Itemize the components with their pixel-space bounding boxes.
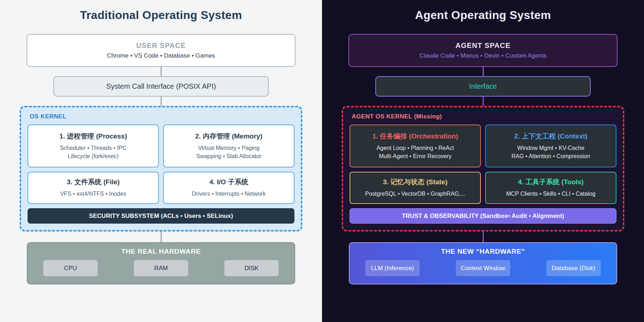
- interface-label: Interface: [469, 82, 497, 91]
- chip-database-disk: Database (Disk): [546, 260, 601, 276]
- chip-llm-inference: LLM (Inference): [365, 260, 420, 276]
- os-comparison-diagram: Traditional Operating System USER SPACE …: [0, 0, 644, 322]
- user-space-box: USER SPACE Chrome • VS Code • Database •…: [26, 34, 296, 67]
- interface-box: Interface: [375, 76, 591, 97]
- new-hardware-title: THE NEW “HARDWARE”: [350, 248, 616, 255]
- agent-space-apps: Claude Code • Manus • Devin • Custom Age…: [419, 52, 546, 59]
- kernel-card-body: Agent Loop • Planning • ReAct Multi-Agen…: [376, 144, 454, 160]
- kernel-card-grid: 1. 进程管理 (Process) Scheduler • Threads • …: [28, 125, 294, 204]
- kernel-card-line: Swapping • Slab Allocator: [196, 152, 262, 160]
- kernel-card-line: Virtual Memory • Paging: [196, 144, 262, 152]
- kernel-card-line: Agent Loop • Planning • ReAct: [376, 144, 454, 152]
- connector: [161, 67, 162, 76]
- kernel-card-body: VFS • ext4/NTFS • Inodes: [60, 190, 126, 198]
- agent-os-title: Agent Operating System: [415, 9, 551, 22]
- kernel-card-line: MCP Clients • Skills • CLI • Catalog: [506, 190, 595, 198]
- traditional-os-title: Traditional Operating System: [80, 9, 242, 22]
- kernel-card-process: 1. 进程管理 (Process) Scheduler • Threads • …: [28, 125, 159, 167]
- kernel-card-body: Drivers • Interrupts • Network: [192, 190, 266, 198]
- connector: [161, 97, 162, 106]
- real-hardware-box: THE REAL HARDWARE CPU RAM DISK: [27, 242, 295, 284]
- os-kernel-box: OS KERNEL 1. 进程管理 (Process) Scheduler • …: [20, 106, 302, 231]
- agent-space-box: AGENT SPACE Claude Code • Manus • Devin …: [348, 34, 618, 67]
- kernel-card-memory: 2. 内存管理 (Memory) Virtual Memory • Paging…: [163, 125, 294, 167]
- kernel-card-title: 1. 进程管理 (Process): [59, 132, 127, 141]
- syscall-interface-label: System Call Interface (POSIX API): [106, 82, 216, 91]
- user-space-label: USER SPACE: [136, 42, 186, 50]
- kernel-card-title: 3. 记忆与状态 (State): [383, 177, 448, 187]
- kernel-card-body: Scheduler • Threads • IPC Lifecycle (for…: [60, 144, 126, 160]
- kernel-card-io: 4. I/O 子系统 Drivers • Interrupts • Networ…: [163, 172, 294, 204]
- connector: [161, 231, 162, 242]
- hardware-chip-row: CPU RAM DISK: [28, 260, 294, 276]
- kernel-card-line: Multi-Agent • Error Recovery: [376, 152, 454, 160]
- kernel-card-context: 2. 上下文工程 (Context) Window Mgmt • KV-Cach…: [485, 125, 616, 167]
- connector: [483, 231, 484, 242]
- new-hardware-box: THE NEW “HARDWARE” LLM (Inference) Conte…: [349, 242, 617, 284]
- kernel-card-line: VFS • ext4/NTFS • Inodes: [60, 190, 126, 198]
- real-hardware-title: THE REAL HARDWARE: [28, 248, 294, 255]
- kernel-card-line: Scheduler • Threads • IPC: [60, 144, 126, 152]
- kernel-card-line: Drivers • Interrupts • Network: [192, 190, 266, 198]
- kernel-card-title: 2. 上下文工程 (Context): [514, 132, 587, 141]
- kernel-card-file: 3. 文件系统 (File) VFS • ext4/NTFS • Inodes: [28, 172, 159, 204]
- panel-traditional-os: Traditional Operating System USER SPACE …: [0, 0, 322, 322]
- panel-agent-os: Agent Operating System AGENT SPACE Claud…: [322, 0, 644, 322]
- hardware-chip-row: LLM (Inference) Context Window Database …: [350, 260, 616, 276]
- kernel-card-line: Window Mgmt • KV-Cache: [511, 144, 590, 152]
- connector: [483, 97, 484, 106]
- kernel-card-state: 3. 记忆与状态 (State) PostgreSQL • VectorDB •…: [350, 172, 481, 204]
- syscall-interface-box: System Call Interface (POSIX API): [53, 76, 269, 97]
- kernel-card-line: PostgreSQL • VectorDB • GraphRAG,...: [365, 190, 465, 198]
- connector: [483, 67, 484, 76]
- agent-os-kernel-box: AGENT OS KERNEL (Missing) 1. 任务编排 (Orche…: [342, 106, 624, 231]
- kernel-card-title: 4. 工具子系统 (Tools): [518, 177, 584, 187]
- kernel-card-body: PostgreSQL • VectorDB • GraphRAG,...: [365, 190, 465, 198]
- kernel-card-line: Lifecycle (fork/exec): [60, 152, 126, 160]
- chip-cpu: CPU: [43, 260, 98, 276]
- kernel-card-title: 4. I/O 子系统: [209, 177, 248, 187]
- trust-observability-bar: TRUST & OBSERVABILITY (Sandbox• Audit • …: [350, 208, 616, 224]
- kernel-card-grid: 1. 任务编排 (Orchestration) Agent Loop • Pla…: [350, 125, 616, 204]
- kernel-card-orchestration: 1. 任务编排 (Orchestration) Agent Loop • Pla…: [350, 125, 481, 167]
- kernel-card-body: MCP Clients • Skills • CLI • Catalog: [506, 190, 595, 198]
- chip-ram: RAM: [134, 260, 188, 276]
- kernel-card-body: Virtual Memory • Paging Swapping • Slab …: [196, 144, 262, 160]
- kernel-card-title: 2. 内存管理 (Memory): [195, 132, 263, 141]
- user-space-apps: Chrome • VS Code • Database • Games: [107, 52, 215, 59]
- kernel-card-line: RAG • Attention • Compression: [511, 152, 590, 160]
- kernel-card-title: 3. 文件系统 (File): [67, 177, 120, 187]
- chip-context-window: Context Window: [456, 260, 510, 276]
- security-subsystem-bar: SECURITY SUBSYSTEM (ACLs • Users • SELin…: [28, 208, 294, 224]
- os-kernel-label: OS KERNEL: [30, 113, 294, 120]
- chip-disk: DISK: [224, 260, 279, 276]
- kernel-card-body: Window Mgmt • KV-Cache RAG • Attention •…: [511, 144, 590, 160]
- agent-space-label: AGENT SPACE: [455, 42, 511, 50]
- kernel-card-tools: 4. 工具子系统 (Tools) MCP Clients • Skills • …: [485, 172, 616, 204]
- kernel-card-title: 1. 任务编排 (Orchestration): [372, 132, 458, 141]
- agent-os-kernel-label: AGENT OS KERNEL (Missing): [352, 113, 616, 120]
